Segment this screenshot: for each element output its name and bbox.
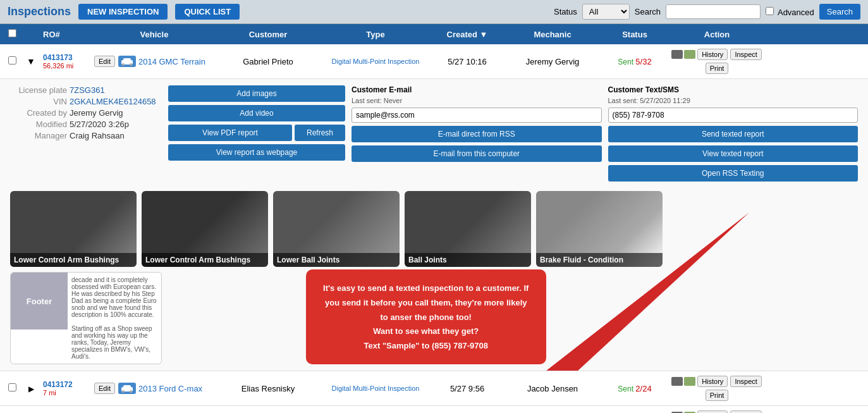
- col-type: Type: [319, 28, 432, 40]
- thumb-2[interactable]: Lower Control Arm Bushings: [142, 191, 268, 267]
- row2-checkbox[interactable]: [3, 382, 21, 395]
- col-checkbox: [3, 28, 21, 40]
- row1-car-icon[interactable]: [118, 56, 136, 67]
- row1-edit-button[interactable]: Edit: [94, 56, 115, 67]
- svg-point-2: [122, 63, 125, 66]
- row1-vehicle: 2014 GMC Terrain: [138, 57, 205, 66]
- pdf-refresh-row: View PDF report Refresh: [168, 125, 345, 144]
- search-input[interactable]: [666, 4, 761, 19]
- col-vehicle: Vehicle: [91, 28, 217, 40]
- row1-checkbox[interactable]: [3, 55, 21, 68]
- row1-actions: History Inspect Print: [666, 47, 767, 76]
- open-rss-button[interactable]: Open RSS Texting: [608, 165, 859, 182]
- view-pdf-button[interactable]: View PDF report: [168, 125, 292, 141]
- search-label: Search: [635, 7, 661, 16]
- svg-point-3: [130, 63, 132, 66]
- detail-sms: Customer Text/SMS Last sent: 5/27/2020 1…: [608, 85, 859, 185]
- row1-msg-icon[interactable]: [671, 50, 683, 59]
- expand-icon[interactable]: ▼: [27, 56, 35, 66]
- search-button[interactable]: Search: [819, 4, 860, 20]
- row2-status-text: Sent 2/24: [618, 385, 651, 393]
- row1-customer: Gabriel Prieto: [217, 56, 319, 68]
- col-action: Action: [666, 28, 767, 40]
- footer-thumb[interactable]: Footer decade and it is completely obses…: [10, 272, 162, 364]
- row2-expand[interactable]: ▶: [21, 383, 40, 395]
- row2-vehicle: 2013 Ford C-max: [138, 384, 202, 393]
- row-1: ▼ 0413173 56,326 mi Edit 2014 GMC Terrai…: [0, 44, 868, 371]
- row2-img-icon[interactable]: [684, 377, 695, 386]
- detail-grid: License plate 7ZSG361 VIN 2GKALMEK4E6124…: [10, 85, 858, 185]
- select-all-checkbox[interactable]: [8, 29, 16, 37]
- thumb-4[interactable]: Ball Joints: [405, 191, 531, 267]
- row2-created: 5/27 9:56: [432, 383, 502, 395]
- row2-msg-icon[interactable]: [671, 377, 683, 386]
- svg-point-7: [122, 390, 125, 393]
- row1-status: Sent 5/32: [603, 56, 666, 68]
- refresh-button[interactable]: Refresh: [295, 125, 345, 141]
- view-text-button[interactable]: View texted report: [608, 145, 859, 162]
- email-title: Customer E-mail: [351, 85, 602, 94]
- row2-expand-icon[interactable]: ▶: [28, 385, 34, 393]
- thumb-5[interactable]: Brake Fluid - Condition: [536, 191, 663, 267]
- row1-mechanic: Jeremy Gervig: [502, 56, 603, 68]
- row1-vehicle-actions: Edit 2014 GMC Terrain: [91, 54, 217, 69]
- thumb-1-label: Lower Control Arm Bushings: [10, 253, 137, 267]
- header-right: Status All Open Closed Search Advanced S…: [554, 4, 860, 20]
- thumb-1[interactable]: Lower Control Arm Bushings: [10, 191, 137, 267]
- row1-print-button[interactable]: Print: [706, 63, 729, 74]
- row1-expand[interactable]: ▼: [21, 55, 40, 68]
- row2-edit-button[interactable]: Edit: [94, 383, 115, 394]
- email-computer-button[interactable]: E-mail from this computer: [351, 145, 602, 162]
- col-expand: [21, 33, 40, 35]
- info-vin: VIN 2GKALMEK4E6124658: [10, 97, 162, 106]
- row2-status-count: 2/24: [635, 384, 651, 393]
- advanced-checkbox-label[interactable]: Advanced: [766, 7, 814, 17]
- advanced-checkbox[interactable]: [766, 7, 774, 15]
- detail-info: License plate 7ZSG361 VIN 2GKALMEK4E6124…: [10, 85, 162, 185]
- sort-icon: ▼: [480, 30, 488, 39]
- row1-type: Digital Multi-Point Inspection: [319, 56, 432, 66]
- send-text-button[interactable]: Send texted report: [608, 126, 859, 142]
- row2-select[interactable]: [8, 383, 16, 391]
- row1-ro: 0413173 56,326 mi: [40, 52, 91, 71]
- row1-created: 5/27 10:16: [432, 56, 502, 68]
- view-webpage-button[interactable]: View report as webpage: [168, 144, 345, 161]
- svg-rect-6: [123, 385, 131, 388]
- svg-rect-1: [123, 58, 131, 61]
- row2-mechanic: Jacob Jensen: [502, 383, 603, 395]
- info-created-by: Created by Jeremy Gervig: [10, 108, 162, 118]
- row1-history-button[interactable]: History: [697, 49, 728, 60]
- new-inspection-button[interactable]: NEW INSPECTION: [78, 4, 168, 20]
- sms-title: Customer Text/SMS: [608, 85, 859, 94]
- row2-vehicle-actions: Edit 2013 Ford C-max: [91, 381, 217, 396]
- info-manager: Manager Craig Rahsaan: [10, 131, 162, 140]
- footer-label: Footer: [27, 297, 52, 306]
- row1-img-icon[interactable]: [684, 50, 695, 59]
- row2-car-icon[interactable]: [118, 383, 136, 394]
- row2-history-button[interactable]: History: [697, 376, 728, 387]
- row1-select[interactable]: [8, 56, 16, 65]
- email-input[interactable]: [351, 108, 602, 123]
- status-select[interactable]: All Open Closed: [582, 4, 630, 20]
- sms-last-sent: Last sent: 5/27/2020 11:29: [608, 97, 859, 104]
- table-header: RO# Vehicle Customer Type Created ▼ Mech…: [0, 24, 868, 44]
- thumbnails-row: Lower Control Arm Bushings Lower Control…: [10, 191, 858, 267]
- email-direct-button[interactable]: E-mail direct from RSS: [351, 126, 602, 142]
- car-svg: [120, 58, 134, 66]
- col-created: Created ▼: [432, 28, 502, 40]
- row1-status-text: Sent 5/32: [618, 58, 651, 66]
- add-images-button[interactable]: Add images: [168, 85, 345, 102]
- row2-inspect-button[interactable]: Inspect: [730, 376, 761, 387]
- row2-type: Digital Multi-Point Inspection: [319, 383, 432, 393]
- col-status: Status: [603, 28, 666, 40]
- row3-history-button[interactable]: History: [697, 410, 728, 413]
- row3-inspect-button[interactable]: Inspect: [730, 410, 761, 413]
- row2-print-button[interactable]: Print: [706, 390, 729, 401]
- quick-list-button[interactable]: QUICK LIST: [175, 4, 240, 20]
- thumb-3[interactable]: Lower Ball Joints: [273, 191, 400, 267]
- add-video-button[interactable]: Add video: [168, 105, 345, 121]
- row1-inspect-button[interactable]: Inspect: [730, 49, 761, 60]
- sms-phone-input[interactable]: [608, 108, 859, 123]
- info-modified: Modified 5/27/2020 3:26p: [10, 120, 162, 129]
- footer-thumb-img: Footer: [11, 273, 68, 330]
